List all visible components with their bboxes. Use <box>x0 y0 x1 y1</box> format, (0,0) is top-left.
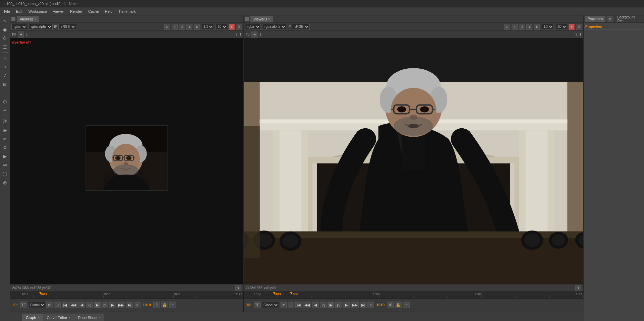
global-select[interactable]: Global <box>28 302 45 308</box>
more3-btn[interactable]: ⋯ <box>403 302 410 308</box>
tab-properties-close[interactable]: × <box>607 16 613 22</box>
viewer2-layer-select[interactable]: rgba.alpha <box>28 24 53 30</box>
skip-start-btn[interactable]: |◀ <box>62 302 68 308</box>
menu-help[interactable]: Help <box>102 9 115 14</box>
menu-render[interactable]: Render <box>67 9 85 14</box>
viewer2-tab-close[interactable]: × <box>35 17 37 21</box>
sync3-btn[interactable]: ⟳ <box>280 302 287 308</box>
skip-end-btn[interactable]: ▶| <box>126 302 133 308</box>
menu-workspace[interactable]: Workspace <box>26 9 50 14</box>
viewer3-status-icon[interactable]: ▼ <box>575 285 581 291</box>
pointer-tool-icon[interactable]: ↖ <box>1 17 9 25</box>
viewer3-icon-btn3[interactable]: ↺ <box>519 24 525 30</box>
viewer2-colorspace-select[interactable]: sRGB <box>58 24 76 30</box>
media-tool-icon[interactable]: ▶ <box>1 152 9 160</box>
next3-frame-btn[interactable]: ▶▶ <box>351 302 359 308</box>
step-btn5[interactable]: 5 <box>153 302 160 308</box>
prev-frame-btn[interactable]: ◀◀ <box>69 302 77 308</box>
viewer2-dim-select[interactable]: 2D <box>215 24 227 30</box>
tc-icon-btn[interactable]: ⊡ <box>54 302 61 308</box>
badge-tool-icon[interactable]: ⓪ <box>1 117 9 125</box>
viewer2-icon-btn2[interactable]: ≡ <box>172 24 178 30</box>
viewer2-color-btn[interactable]: ■ <box>229 24 235 30</box>
play3-fwd-btn[interactable]: ▷ <box>335 302 342 308</box>
timeline2-ruler[interactable]: 1014 1019 1500 2000 2172 <box>10 292 243 299</box>
circle-tool-icon[interactable]: ○ <box>1 63 9 71</box>
line-tool-icon[interactable]: ╱ <box>1 71 9 79</box>
menu-file[interactable]: File <box>1 9 13 14</box>
view-tool-icon[interactable]: ◉ <box>1 25 9 34</box>
text-tool-icon[interactable]: AB <box>1 161 9 169</box>
viewer3-layer-select[interactable]: rgba.alpha <box>262 24 286 30</box>
add-tool-icon[interactable]: + <box>1 89 9 97</box>
viewer3-icon-btn1[interactable]: ⊞ <box>504 24 510 30</box>
viewer3-icon-btn4[interactable]: ◈ <box>526 24 532 30</box>
viewer3-color-btn[interactable]: ■ <box>569 24 575 30</box>
tab-dope-sheet-close[interactable]: × <box>99 316 101 319</box>
timeline3-ruler[interactable]: 1014 1019 1060 1500 2000 2172 <box>244 292 584 299</box>
settings-tool-icon[interactable]: ⚙ <box>1 143 9 151</box>
menu-viewer[interactable]: Viewer <box>50 9 67 14</box>
viewer3-tab[interactable]: Viewer3 × <box>250 16 273 22</box>
tab-properties[interactable]: Properties <box>585 16 605 22</box>
viewer3-zoom-select[interactable]: 1:1 <box>541 24 554 30</box>
next-frame-btn[interactable]: ▶▶ <box>117 302 125 308</box>
brush-tool-icon[interactable]: ✏ <box>1 135 9 143</box>
stack-tool-icon[interactable]: ⊞ <box>1 80 9 88</box>
viewer2-wipe-btn[interactable]: ⊻ <box>236 24 242 30</box>
viewer2-tab[interactable]: Viewer2 × <box>17 16 39 22</box>
next-btn[interactable]: ▶ <box>109 302 116 308</box>
circle2-tool-icon[interactable]: ◎ <box>1 178 9 186</box>
tab-curve-editor[interactable]: Curve Editor × <box>43 314 74 321</box>
globe-tool-icon[interactable]: ◯ <box>1 170 9 178</box>
tab-graph-close[interactable]: × <box>38 316 40 319</box>
viewer2-icon-btn4[interactable]: ◈ <box>186 24 192 30</box>
step3-back-btn[interactable]: ◁ <box>320 302 327 308</box>
prev-btn[interactable]: ◀ <box>78 302 85 308</box>
play-fwd-btn[interactable]: ▷ <box>102 302 108 308</box>
viewer2-prev-btn[interactable]: ◀ <box>18 31 24 38</box>
viewer3-dim-select[interactable]: 2D <box>555 24 567 30</box>
viewer3-pause-btn[interactable]: ⏸ <box>534 24 540 30</box>
tc3-icon-btn[interactable]: ⊡ <box>288 302 294 308</box>
clock-tool-icon[interactable]: ⏱ <box>1 34 9 42</box>
star-tool-icon[interactable]: ✳ <box>1 106 9 114</box>
eye-tool-icon[interactable]: ◉ <box>1 126 9 134</box>
viewer2-pause-btn[interactable]: ⏸ <box>194 24 200 30</box>
viewer2-icon-btn1[interactable]: ⊞ <box>164 24 170 30</box>
cube-tool-icon[interactable]: ⬡ <box>1 98 9 106</box>
lock-btn[interactable]: 🔒 <box>161 302 168 308</box>
step-back-btn[interactable]: ◁ <box>86 302 93 308</box>
global3-select[interactable]: Global <box>262 302 279 308</box>
play-btn[interactable]: ▶ <box>94 302 101 308</box>
tab-dope-sheet[interactable]: Dope Sheet × <box>74 314 104 321</box>
menu-edit[interactable]: Edit <box>13 9 25 14</box>
menu-thinkmark[interactable]: Thinkmark <box>116 9 138 14</box>
next3-btn[interactable]: ▶ <box>343 302 350 308</box>
viewer2-icon-btn3[interactable]: ↺ <box>179 24 185 30</box>
stop-btn[interactable]: ○ <box>134 302 140 308</box>
prev3-btn[interactable]: ◀ <box>312 302 319 308</box>
play3-btn[interactable]: ▶ <box>328 302 334 308</box>
tf-btn[interactable]: TF <box>20 302 27 308</box>
viewer3-icon-btn2[interactable]: ≡ <box>512 24 518 30</box>
viewer2-viewport[interactable]: overlay off <box>10 38 243 284</box>
tf3-btn[interactable]: TF <box>254 302 261 308</box>
shape-tool-icon[interactable]: △ <box>1 54 9 62</box>
tab-curve-editor-close[interactable]: × <box>69 316 71 319</box>
lock3-btn[interactable]: 🔒 <box>395 302 402 308</box>
viewer3-prev-btn[interactable]: ◀ <box>251 31 257 38</box>
menu-cache[interactable]: Cache <box>85 9 102 14</box>
viewer2-status-icon[interactable]: ▼ <box>235 285 241 291</box>
viewer3-channel-select[interactable]: rgba <box>245 24 261 30</box>
viewer3-viewport[interactable]: overlay off <box>244 38 583 284</box>
step3-btn10[interactable]: 10 <box>387 302 394 308</box>
viewer2-zoom-select[interactable]: 1:1 <box>201 24 214 30</box>
viewer2-channel-select[interactable]: rgba <box>11 24 27 30</box>
sync-btn[interactable]: ⟳ <box>46 302 53 308</box>
skip3-end-btn[interactable]: ▶| <box>360 302 366 308</box>
prev3-frame-btn[interactable]: ◀◀ <box>303 302 311 308</box>
viewer3-tab-close[interactable]: × <box>268 17 270 21</box>
viewer3-colorspace-select[interactable]: sRGB <box>292 24 310 30</box>
menu-tool-icon[interactable]: ☰ <box>1 43 9 51</box>
